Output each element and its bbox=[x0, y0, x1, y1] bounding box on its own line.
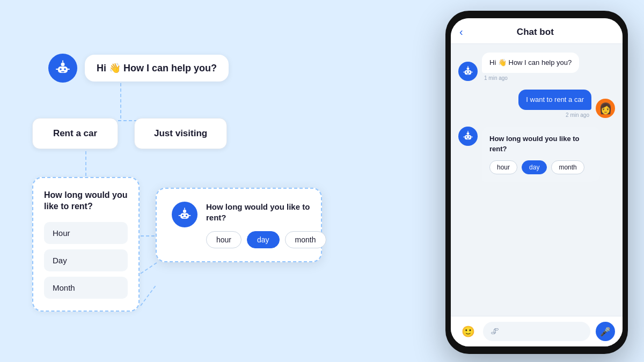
robot-icon bbox=[54, 60, 71, 77]
svg-rect-21 bbox=[183, 217, 186, 218]
user-msg-content-1: I want to rent a car 2 min ago bbox=[518, 90, 591, 118]
bot-avatar-diagram bbox=[48, 54, 77, 83]
mic-icon: 🎤 bbox=[600, 327, 611, 337]
svg-point-41 bbox=[467, 131, 468, 131]
user-message-1: I want to rent a car 2 min ago 👩 bbox=[458, 90, 615, 118]
phone-wrapper: ‹ Chat bot bbox=[445, 11, 628, 354]
bot-message-1: Hi 👋 How I can help you? 1 min ago bbox=[458, 53, 615, 81]
rent-option-month[interactable]: Month bbox=[44, 277, 128, 299]
user-msg-time-1: 2 min ago bbox=[518, 112, 591, 118]
svg-point-26 bbox=[467, 68, 470, 70]
phone-howlong-body: How long would you like to rent? hour da… bbox=[482, 127, 600, 181]
message-input[interactable]: 🖇 bbox=[483, 322, 590, 341]
svg-line-6 bbox=[141, 263, 157, 274]
bot-avatar-chat2 bbox=[458, 127, 478, 146]
bot-avatar-howlong bbox=[172, 202, 197, 227]
svg-point-35 bbox=[467, 132, 470, 135]
svg-point-17 bbox=[183, 210, 186, 213]
phone-title: Chat bot bbox=[470, 27, 601, 38]
phone-pill-month[interactable]: month bbox=[551, 160, 584, 174]
mic-button[interactable]: 🎤 bbox=[596, 322, 615, 341]
user-bubble-1: I want to rent a car bbox=[518, 90, 591, 110]
user-avatar: 👩 bbox=[596, 99, 615, 118]
pill-day-diagram[interactable]: day bbox=[247, 231, 280, 248]
svg-point-23 bbox=[184, 208, 185, 209]
greeting-text: Hi 👋 How I can help you? bbox=[97, 63, 217, 73]
svg-point-28 bbox=[466, 71, 467, 72]
phone-pills: hour day month bbox=[489, 160, 592, 174]
rent-card: How long would you like to rent? Hour Da… bbox=[32, 177, 140, 312]
svg-rect-30 bbox=[467, 73, 469, 74]
svg-point-37 bbox=[466, 137, 467, 138]
svg-point-8 bbox=[61, 63, 65, 67]
phone-header: ‹ Chat bot bbox=[451, 18, 623, 44]
pill-hour-diagram[interactable]: hour bbox=[206, 231, 241, 248]
svg-rect-39 bbox=[467, 139, 469, 139]
emoji-button[interactable]: 🙂 bbox=[458, 322, 478, 341]
chat-area: Hi 👋 How I can help you? 1 min ago I wan… bbox=[451, 44, 623, 316]
svg-line-7 bbox=[141, 284, 157, 306]
options-row: Rent a car Just visiting bbox=[32, 118, 227, 149]
svg-point-10 bbox=[60, 68, 62, 70]
how-long-card-content: How long would you like to rent? hour da… bbox=[206, 202, 326, 248]
bot-howlong-card: How long would you like to rent? hour da… bbox=[458, 127, 615, 181]
paperclip-icon: 🖇 bbox=[491, 327, 499, 336]
greeting-row: Hi 👋 How I can help you? bbox=[48, 54, 229, 83]
svg-rect-12 bbox=[61, 71, 64, 72]
phone-pill-hour[interactable]: hour bbox=[489, 160, 517, 174]
phone-pill-day[interactable]: day bbox=[522, 160, 547, 174]
svg-point-20 bbox=[186, 215, 187, 216]
svg-point-29 bbox=[469, 71, 470, 72]
how-long-question: How long would you like to rent? bbox=[206, 202, 326, 224]
just-visiting-button[interactable]: Just visiting bbox=[134, 118, 227, 149]
robot-chat-icon-2 bbox=[462, 130, 474, 142]
rent-car-button[interactable]: Rent a car bbox=[32, 118, 118, 149]
svg-point-32 bbox=[467, 66, 468, 67]
phone-shell: ‹ Chat bot bbox=[445, 11, 628, 354]
robot-icon-sm bbox=[177, 207, 192, 222]
pill-month-diagram[interactable]: month bbox=[285, 231, 326, 248]
rent-option-day[interactable]: Day bbox=[44, 249, 128, 271]
phone-howlong-question: How long would you like to rent? bbox=[489, 134, 592, 153]
diagram: Hi 👋 How I can help you? Rent a car Just… bbox=[16, 32, 327, 343]
rent-card-title: How long would you like to rent? bbox=[44, 190, 128, 212]
rent-option-hour[interactable]: Hour bbox=[44, 222, 128, 244]
svg-point-11 bbox=[64, 68, 66, 70]
bot-msg-time-1: 1 min ago bbox=[482, 75, 579, 81]
svg-point-38 bbox=[469, 137, 470, 138]
robot-chat-icon bbox=[462, 65, 474, 77]
svg-point-14 bbox=[62, 61, 63, 62]
bot-msg-content-1: Hi 👋 How I can help you? 1 min ago bbox=[482, 53, 579, 81]
phone-screen: ‹ Chat bot bbox=[451, 18, 623, 346]
back-button[interactable]: ‹ bbox=[459, 26, 463, 38]
svg-point-19 bbox=[182, 215, 184, 216]
how-long-pills: hour day month bbox=[206, 231, 326, 248]
greeting-bubble: Hi 👋 How I can help you? bbox=[85, 55, 229, 82]
phone-bottom-bar: 🙂 🖇 🎤 bbox=[451, 316, 623, 346]
how-long-card-diagram: How long would you like to rent? hour da… bbox=[156, 188, 322, 262]
bot-avatar-chat1 bbox=[458, 62, 478, 81]
bot-bubble-1: Hi 👋 How I can help you? bbox=[482, 53, 579, 73]
